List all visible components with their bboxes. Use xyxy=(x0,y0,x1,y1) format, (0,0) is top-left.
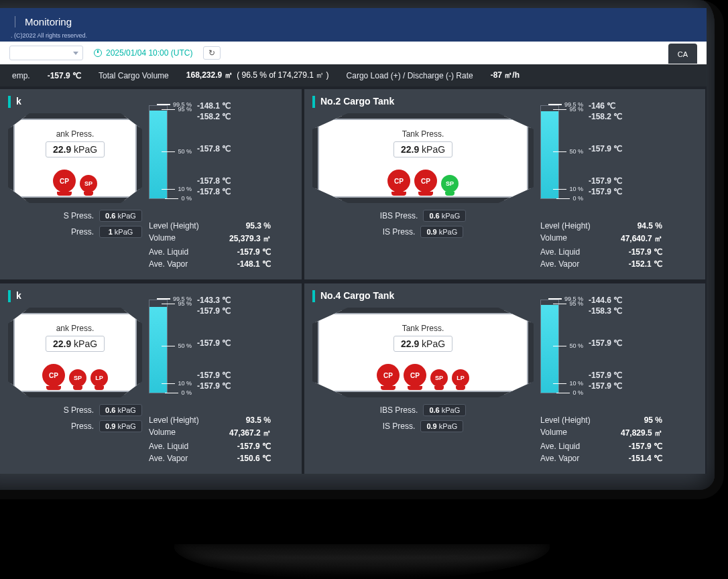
volume-label: Volume xyxy=(540,428,567,439)
gauge-tick: 10 % xyxy=(553,380,583,387)
gauge-tick: 95 % xyxy=(553,106,583,113)
gauge-tick: 50 % xyxy=(553,148,583,155)
ave-vapor-label: Ave. Vapor xyxy=(149,454,188,463)
ave-liquid-value: -157.9 ℃ xyxy=(629,247,662,257)
ibs-press-value: 0.6 kPaG xyxy=(423,210,466,222)
ibs-press-label: IBS Press. xyxy=(380,405,418,415)
ibs-press-value: 0.6 kPaG xyxy=(423,404,466,416)
pump-cp[interactable]: CP xyxy=(387,170,410,192)
pump-lp[interactable]: LP xyxy=(452,369,469,387)
pump-sp[interactable]: SP xyxy=(441,175,459,192)
pump-lp[interactable]: LP xyxy=(90,369,108,387)
vessel-select[interactable] xyxy=(9,46,83,60)
is-press-label: Press. xyxy=(71,227,94,237)
ave-liquid-label: Ave. Liquid xyxy=(540,442,580,451)
tank-card: Tank Press.22.9 kPaGCPCPSPLP xyxy=(312,308,534,397)
ave-vapor-value: -152.1 ℃ xyxy=(629,259,662,269)
tank-press-value: 22.9 kPaG xyxy=(393,336,452,352)
gauge-tick: 10 % xyxy=(162,380,192,387)
temp-reading xyxy=(589,123,641,143)
level-gauge: 99.5 %95 %50 %10 %0 % xyxy=(540,96,582,199)
ave-vapor-label: Ave. Vapor xyxy=(540,454,579,463)
temp-reading xyxy=(589,317,641,337)
ave-liquid-label: Ave. Liquid xyxy=(149,442,188,451)
tank-title: k xyxy=(8,290,142,302)
pump-cp[interactable]: CP xyxy=(42,364,65,387)
tab-ca[interactable]: CA xyxy=(668,44,697,64)
pump-sp[interactable]: SP xyxy=(80,175,97,192)
tank-title: k xyxy=(8,96,142,108)
ibs-press-label: S Press. xyxy=(64,211,94,220)
level-gauge: 99.5 %95 %50 %10 %0 % xyxy=(540,290,582,393)
gauge-tick: 50 % xyxy=(162,148,192,155)
is-press-value: 0.9 kPaG xyxy=(420,226,463,238)
volume-value: 25,379.3 ㎥ xyxy=(229,233,271,245)
timestamp-text: 2025/01/04 10:00 (UTC) xyxy=(106,48,192,58)
tank-card: ank Press.22.9 kPaGCPSP xyxy=(8,113,142,203)
ave-liquid-value: -157.9 ℃ xyxy=(629,442,662,451)
ave-vapor-label: Ave. Vapor xyxy=(540,259,579,269)
level-label: Level (Height) xyxy=(540,415,591,425)
copyright-text: . (C)2022 All rights reserved. xyxy=(0,32,707,42)
temp-reading: -157.8 ℃ xyxy=(197,144,249,153)
clock-icon xyxy=(94,49,102,57)
temp-reading: -158.2 ℃ xyxy=(589,112,641,121)
temp-reading: -157.8 ℃ xyxy=(197,176,249,186)
ibs-press-label: S Press. xyxy=(64,405,94,415)
temp-reading xyxy=(197,317,249,337)
temp-reading: -157.9 ℃ xyxy=(589,381,641,391)
ibs-press-value: 0.6 kPaG xyxy=(99,404,142,416)
temp-reading xyxy=(589,155,641,175)
is-press-value: 1 kPaG xyxy=(99,226,142,238)
temp-reading xyxy=(589,349,641,369)
temp-reading: -146 ℃ xyxy=(589,101,641,111)
pump-cp[interactable]: CP xyxy=(53,170,76,192)
gauge-tick: 50 % xyxy=(162,342,192,349)
pump-sp[interactable]: SP xyxy=(430,369,448,387)
ibs-press-label: IBS Press. xyxy=(380,211,418,220)
is-press-label: Press. xyxy=(71,422,94,431)
pump-cp[interactable]: CP xyxy=(414,170,437,192)
tank-press-label: Tank Press. xyxy=(324,324,522,333)
tank-panel-4: No.4 Cargo TankTank Press.22.9 kPaGCPCPS… xyxy=(304,283,705,474)
is-press-value: 0.9 kPaG xyxy=(99,420,142,432)
volume-value: 47,640.7 ㎥ xyxy=(621,233,662,245)
temp-column: -143.3 ℃-157.9 ℃-157.9 ℃-157.9 ℃-157.9 ℃ xyxy=(197,290,249,393)
temp-reading: -157.9 ℃ xyxy=(197,381,249,391)
volume-value: 47,829.5 ㎥ xyxy=(621,428,662,439)
temp-reading: -157.9 ℃ xyxy=(589,338,641,348)
pump-cp[interactable]: CP xyxy=(377,364,400,387)
tank-panel-3: kank Press.22.9 kPaGCPSPLPS Press.0.6 kP… xyxy=(0,283,302,474)
ave-vapor-value: -150.6 ℃ xyxy=(237,454,271,463)
gauge-tick: 0 % xyxy=(556,389,583,396)
summary-bar: emp. -157.9 ℃ Total Cargo Volume 168,232… xyxy=(0,64,707,86)
level-label: Level (Height) xyxy=(540,221,591,231)
temp-reading: -148.1 ℃ xyxy=(197,101,249,111)
temp-reading: -157.9 ℃ xyxy=(197,371,249,380)
temp-reading: -157.9 ℃ xyxy=(197,306,249,316)
total-volume-pct: ( 96.5 % of 174,279.1 ㎥ ) xyxy=(237,70,328,80)
temp-column: -148.1 ℃-158.2 ℃-157.8 ℃-157.8 ℃-157.8 ℃ xyxy=(197,96,249,199)
tank-press-value: 22.9 kPaG xyxy=(46,336,105,352)
ave-vapor-value: -151.4 ℃ xyxy=(629,454,662,463)
tank-title: No.4 Cargo Tank xyxy=(312,290,534,302)
tank-stats: Level (Height)93.5 %Volume47,367.2 ㎥Ave.… xyxy=(149,406,271,464)
tank-stats: Level (Height)95.3 %Volume25,379.3 ㎥Ave.… xyxy=(149,212,271,270)
level-label: Level (Height) xyxy=(149,221,199,231)
gauge-tick: 10 % xyxy=(162,186,192,192)
temp-reading: -158.3 ℃ xyxy=(589,306,641,316)
gauge-tick: 0 % xyxy=(165,389,192,396)
is-press-value: 0.9 kPaG xyxy=(420,420,463,432)
tank-press-label: Tank Press. xyxy=(324,129,522,139)
volume-value: 47,367.2 ㎥ xyxy=(229,428,271,439)
gauge-tick: 95 % xyxy=(162,106,192,113)
temp-reading: -157.8 ℃ xyxy=(197,187,249,196)
level-value: 94.5 % xyxy=(638,221,662,231)
is-press-label: IS Press. xyxy=(383,422,416,431)
refresh-button[interactable] xyxy=(203,46,221,60)
pump-sp[interactable]: SP xyxy=(69,369,86,387)
pump-cp[interactable]: CP xyxy=(404,364,426,387)
tank-press-value: 22.9 kPaG xyxy=(46,141,105,157)
total-volume-label: Total Cargo Volume xyxy=(99,71,169,80)
ave-liquid-value: -157.9 ℃ xyxy=(237,442,271,451)
